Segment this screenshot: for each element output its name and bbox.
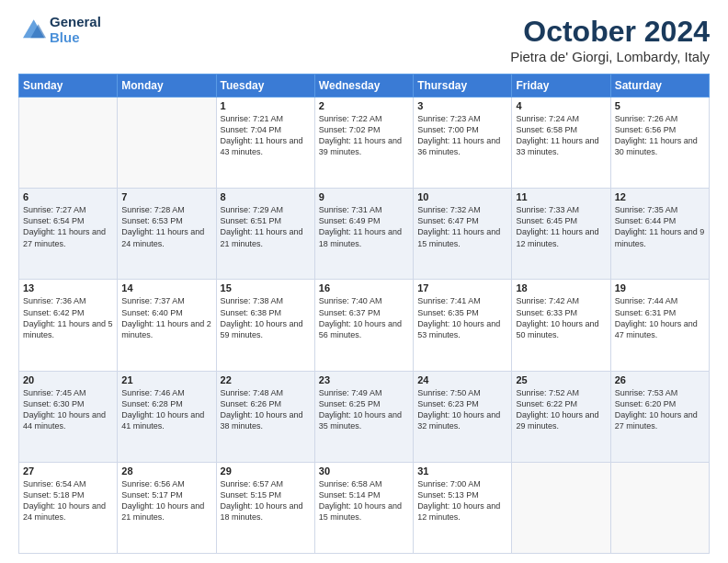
calendar-cell: 10Sunrise: 7:32 AM Sunset: 6:47 PM Dayli… xyxy=(414,189,512,280)
calendar-cell: 9Sunrise: 7:31 AM Sunset: 6:49 PM Daylig… xyxy=(314,189,413,280)
calendar-cell: 22Sunrise: 7:48 AM Sunset: 6:26 PM Dayli… xyxy=(216,371,314,462)
day-info: Sunrise: 7:45 AM Sunset: 6:30 PM Dayligh… xyxy=(23,387,113,432)
week-row-4: 27Sunrise: 6:54 AM Sunset: 5:18 PM Dayli… xyxy=(19,462,710,553)
calendar-cell: 23Sunrise: 7:49 AM Sunset: 6:25 PM Dayli… xyxy=(314,371,413,462)
calendar-table: Sunday Monday Tuesday Wednesday Thursday… xyxy=(18,74,710,554)
calendar-cell xyxy=(19,98,118,189)
day-info: Sunrise: 7:33 AM Sunset: 6:45 PM Dayligh… xyxy=(516,204,606,249)
calendar-cell: 21Sunrise: 7:46 AM Sunset: 6:28 PM Dayli… xyxy=(118,371,216,462)
day-number: 12 xyxy=(615,191,705,202)
col-saturday: Saturday xyxy=(610,75,709,98)
header-row: Sunday Monday Tuesday Wednesday Thursday… xyxy=(19,75,710,98)
calendar-cell: 11Sunrise: 7:33 AM Sunset: 6:45 PM Dayli… xyxy=(512,189,610,280)
col-monday: Monday xyxy=(118,75,216,98)
calendar-cell: 4Sunrise: 7:24 AM Sunset: 6:58 PM Daylig… xyxy=(512,98,610,189)
day-number: 19 xyxy=(615,282,705,293)
day-info: Sunrise: 7:46 AM Sunset: 6:28 PM Dayligh… xyxy=(121,387,211,432)
calendar-cell: 30Sunrise: 6:58 AM Sunset: 5:14 PM Dayli… xyxy=(314,462,413,553)
day-info: Sunrise: 7:53 AM Sunset: 6:20 PM Dayligh… xyxy=(615,387,705,432)
page: General Blue October 2024 Pietra de' Gio… xyxy=(0,0,728,563)
logo-text: General Blue xyxy=(50,15,101,45)
week-row-2: 13Sunrise: 7:36 AM Sunset: 6:42 PM Dayli… xyxy=(19,280,710,371)
col-sunday: Sunday xyxy=(19,75,118,98)
calendar-cell: 14Sunrise: 7:37 AM Sunset: 6:40 PM Dayli… xyxy=(118,280,216,371)
calendar-cell: 28Sunrise: 6:56 AM Sunset: 5:17 PM Dayli… xyxy=(118,462,216,553)
location: Pietra de' Giorgi, Lombardy, Italy xyxy=(510,49,710,64)
day-info: Sunrise: 6:54 AM Sunset: 5:18 PM Dayligh… xyxy=(23,478,113,523)
day-number: 1 xyxy=(221,100,311,111)
calendar-cell: 20Sunrise: 7:45 AM Sunset: 6:30 PM Dayli… xyxy=(19,371,118,462)
month-title: October 2024 xyxy=(510,15,710,49)
col-wednesday: Wednesday xyxy=(314,75,413,98)
day-number: 30 xyxy=(319,465,409,477)
day-info: Sunrise: 7:23 AM Sunset: 7:00 PM Dayligh… xyxy=(417,113,507,158)
calendar-cell: 24Sunrise: 7:50 AM Sunset: 6:23 PM Dayli… xyxy=(414,371,512,462)
calendar-cell: 1Sunrise: 7:21 AM Sunset: 7:04 PM Daylig… xyxy=(216,98,314,189)
day-info: Sunrise: 7:44 AM Sunset: 6:31 PM Dayligh… xyxy=(615,295,705,340)
day-number: 17 xyxy=(417,282,507,293)
day-number: 31 xyxy=(417,465,507,477)
day-info: Sunrise: 7:31 AM Sunset: 6:49 PM Dayligh… xyxy=(319,204,409,249)
day-number: 28 xyxy=(121,465,211,477)
day-info: Sunrise: 7:26 AM Sunset: 6:56 PM Dayligh… xyxy=(615,113,705,158)
calendar-cell: 31Sunrise: 7:00 AM Sunset: 5:13 PM Dayli… xyxy=(414,462,512,553)
day-info: Sunrise: 7:41 AM Sunset: 6:35 PM Dayligh… xyxy=(417,295,507,340)
calendar-cell: 29Sunrise: 6:57 AM Sunset: 5:15 PM Dayli… xyxy=(216,462,314,553)
calendar-cell xyxy=(512,462,610,553)
calendar-cell xyxy=(118,98,216,189)
day-number: 20 xyxy=(23,374,113,385)
week-row-1: 6Sunrise: 7:27 AM Sunset: 6:54 PM Daylig… xyxy=(19,189,710,280)
day-number: 6 xyxy=(23,191,113,202)
day-number: 14 xyxy=(121,282,211,293)
day-number: 18 xyxy=(516,282,606,293)
day-info: Sunrise: 7:38 AM Sunset: 6:38 PM Dayligh… xyxy=(221,295,311,340)
day-info: Sunrise: 7:22 AM Sunset: 7:02 PM Dayligh… xyxy=(319,113,409,158)
calendar-cell: 7Sunrise: 7:28 AM Sunset: 6:53 PM Daylig… xyxy=(118,189,216,280)
logo: General Blue xyxy=(18,15,101,45)
day-number: 9 xyxy=(319,191,409,202)
calendar-cell: 8Sunrise: 7:29 AM Sunset: 6:51 PM Daylig… xyxy=(216,189,314,280)
day-number: 5 xyxy=(615,100,705,111)
day-number: 2 xyxy=(319,100,409,111)
header: General Blue October 2024 Pietra de' Gio… xyxy=(18,15,710,64)
calendar-cell: 3Sunrise: 7:23 AM Sunset: 7:00 PM Daylig… xyxy=(414,98,512,189)
day-info: Sunrise: 7:32 AM Sunset: 6:47 PM Dayligh… xyxy=(417,204,507,249)
day-info: Sunrise: 7:27 AM Sunset: 6:54 PM Dayligh… xyxy=(23,204,113,249)
day-number: 25 xyxy=(516,374,606,385)
day-info: Sunrise: 7:40 AM Sunset: 6:37 PM Dayligh… xyxy=(319,295,409,340)
day-number: 7 xyxy=(121,191,211,202)
day-info: Sunrise: 7:42 AM Sunset: 6:33 PM Dayligh… xyxy=(516,295,606,340)
day-info: Sunrise: 7:49 AM Sunset: 6:25 PM Dayligh… xyxy=(319,387,409,432)
calendar-cell xyxy=(610,462,709,553)
day-info: Sunrise: 7:50 AM Sunset: 6:23 PM Dayligh… xyxy=(417,387,507,432)
day-info: Sunrise: 7:37 AM Sunset: 6:40 PM Dayligh… xyxy=(121,295,211,340)
day-info: Sunrise: 7:48 AM Sunset: 6:26 PM Dayligh… xyxy=(221,387,311,432)
day-info: Sunrise: 6:56 AM Sunset: 5:17 PM Dayligh… xyxy=(121,478,211,523)
day-number: 11 xyxy=(516,191,606,202)
title-block: October 2024 Pietra de' Giorgi, Lombardy… xyxy=(510,15,710,64)
calendar-cell: 18Sunrise: 7:42 AM Sunset: 6:33 PM Dayli… xyxy=(512,280,610,371)
calendar-cell: 5Sunrise: 7:26 AM Sunset: 6:56 PM Daylig… xyxy=(610,98,709,189)
col-friday: Friday xyxy=(512,75,610,98)
day-info: Sunrise: 6:57 AM Sunset: 5:15 PM Dayligh… xyxy=(221,478,311,523)
day-info: Sunrise: 7:21 AM Sunset: 7:04 PM Dayligh… xyxy=(221,113,311,158)
calendar-cell: 27Sunrise: 6:54 AM Sunset: 5:18 PM Dayli… xyxy=(19,462,118,553)
day-info: Sunrise: 7:28 AM Sunset: 6:53 PM Dayligh… xyxy=(121,204,211,249)
day-number: 13 xyxy=(23,282,113,293)
day-number: 8 xyxy=(221,191,311,202)
calendar-cell: 16Sunrise: 7:40 AM Sunset: 6:37 PM Dayli… xyxy=(314,280,413,371)
day-info: Sunrise: 6:58 AM Sunset: 5:14 PM Dayligh… xyxy=(319,478,409,523)
calendar-cell: 12Sunrise: 7:35 AM Sunset: 6:44 PM Dayli… xyxy=(610,189,709,280)
calendar-cell: 25Sunrise: 7:52 AM Sunset: 6:22 PM Dayli… xyxy=(512,371,610,462)
calendar-cell: 26Sunrise: 7:53 AM Sunset: 6:20 PM Dayli… xyxy=(610,371,709,462)
week-row-0: 1Sunrise: 7:21 AM Sunset: 7:04 PM Daylig… xyxy=(19,98,710,189)
day-info: Sunrise: 7:29 AM Sunset: 6:51 PM Dayligh… xyxy=(221,204,311,249)
logo-icon xyxy=(18,17,46,44)
calendar-cell: 19Sunrise: 7:44 AM Sunset: 6:31 PM Dayli… xyxy=(610,280,709,371)
day-number: 3 xyxy=(417,100,507,111)
calendar-cell: 15Sunrise: 7:38 AM Sunset: 6:38 PM Dayli… xyxy=(216,280,314,371)
day-number: 26 xyxy=(615,374,705,385)
day-number: 27 xyxy=(23,465,113,477)
day-number: 10 xyxy=(417,191,507,202)
calendar-cell: 17Sunrise: 7:41 AM Sunset: 6:35 PM Dayli… xyxy=(414,280,512,371)
